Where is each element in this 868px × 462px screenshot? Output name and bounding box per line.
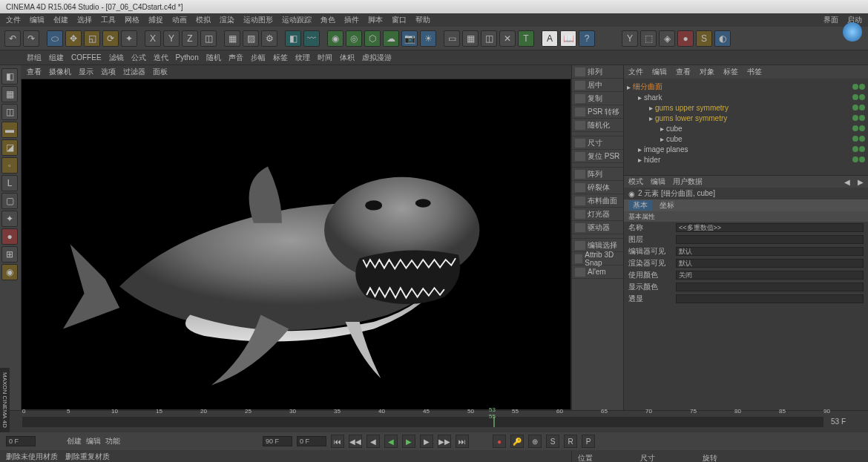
autokey-button[interactable]: 🔑 xyxy=(510,435,524,448)
sub-item[interactable]: 体积 xyxy=(340,53,355,63)
attr-input[interactable] xyxy=(676,259,864,268)
filter-menu[interactable]: 过滤器 xyxy=(123,67,145,77)
viewport-solo-button[interactable]: ◉ xyxy=(1,264,18,280)
om-bookmarks[interactable]: 书签 xyxy=(747,67,762,77)
help-icon[interactable]: ? xyxy=(579,30,595,47)
menu-script[interactable]: 脚本 xyxy=(368,15,383,25)
attr-input[interactable] xyxy=(676,294,864,303)
object-tree[interactable]: ▸细分曲面▸shark▸gums upper symmetry▸gums low… xyxy=(624,79,868,175)
null-button[interactable]: ✕ xyxy=(499,30,516,47)
y-axis-lock[interactable]: Y xyxy=(163,30,180,47)
record-button[interactable]: ● xyxy=(493,435,506,448)
perspective-viewport[interactable] xyxy=(21,79,571,410)
menu-simulate[interactable]: 模拟 xyxy=(196,15,211,25)
palette-item[interactable]: Attrib 3D Snap xyxy=(572,252,623,265)
subdivision-button[interactable]: ◉ xyxy=(327,30,343,47)
tree-row[interactable]: ▸gums lower symmetry xyxy=(627,113,865,123)
environment-button[interactable]: ☁ xyxy=(383,30,399,47)
sub-item[interactable]: 虚拟漫游 xyxy=(362,53,392,63)
sub-item[interactable]: 随机 xyxy=(206,53,221,63)
sub-item[interactable]: 标签 xyxy=(273,53,288,63)
camera-menu[interactable]: 摄像机 xyxy=(49,67,71,77)
bookmark-icon[interactable]: 📖 xyxy=(560,30,576,47)
coord-tab-rot[interactable]: 旋转 xyxy=(703,453,717,462)
menu-tools[interactable]: 工具 xyxy=(101,15,116,25)
start-frame-input[interactable] xyxy=(6,436,36,446)
model-mode-button[interactable]: ◧ xyxy=(1,68,18,85)
live-select-tool[interactable]: ⬭ xyxy=(47,30,63,47)
tree-row[interactable]: ▸cube xyxy=(627,123,865,133)
rotate-tool[interactable]: ⟳ xyxy=(102,30,119,47)
snapping-button[interactable]: ⊞ xyxy=(1,246,18,263)
tweak-mode-button[interactable]: ✦ xyxy=(1,211,18,227)
sub-item[interactable]: 公式 xyxy=(131,53,146,63)
playhead[interactable]: 53 55 xyxy=(493,417,495,427)
attr-mode[interactable]: 模式 xyxy=(628,176,643,187)
attr-input[interactable] xyxy=(676,283,864,291)
scale-tool[interactable]: ◱ xyxy=(84,30,100,47)
workplane-mode-button[interactable]: ◫ xyxy=(1,104,18,120)
camera-button[interactable]: 📷 xyxy=(401,30,418,47)
palette-item[interactable]: 灯光器 xyxy=(572,208,623,221)
menu-window[interactable]: 窗口 xyxy=(392,15,407,25)
cube-primitive-button[interactable]: ◧ xyxy=(285,30,301,47)
recent-tool[interactable]: ✦ xyxy=(121,30,137,47)
menu-create[interactable]: 创建 xyxy=(53,15,68,25)
menu-character[interactable]: 角色 xyxy=(320,15,335,25)
end-frame-input[interactable] xyxy=(263,436,292,446)
text-tool-button[interactable]: T xyxy=(518,30,534,47)
options-menu[interactable]: 选项 xyxy=(101,67,116,77)
polygon-mode-button[interactable]: ◪ xyxy=(1,139,18,156)
move-tool[interactable]: ✥ xyxy=(65,30,82,47)
tree-row[interactable]: ▸image planes xyxy=(627,144,865,154)
object-mode-button[interactable]: ▢ xyxy=(1,193,18,209)
redo-button[interactable]: ↷ xyxy=(23,30,39,47)
attr-input[interactable] xyxy=(676,235,864,244)
texture-mode-button[interactable]: ▦ xyxy=(1,86,18,102)
mat-tab[interactable]: 删除未使用材质 xyxy=(6,452,58,461)
render-view-button[interactable]: ▦ xyxy=(224,30,240,47)
tree-row[interactable]: ▸hider xyxy=(627,154,865,165)
nav-fwd-icon[interactable]: ▶ xyxy=(858,178,864,186)
enable-axis-button[interactable]: ● xyxy=(1,228,18,245)
particle-button[interactable]: S xyxy=(696,30,712,47)
attr-edit[interactable]: 编辑 xyxy=(651,176,665,187)
display-menu[interactable]: 显示 xyxy=(79,67,93,77)
palette-item[interactable]: PSR 转移 xyxy=(572,105,623,119)
key-rot-button[interactable]: R xyxy=(564,435,577,448)
palette-item[interactable]: 驱动器 xyxy=(572,221,623,234)
view-menu[interactable]: 查看 xyxy=(27,67,42,77)
om-view[interactable]: 查看 xyxy=(676,67,691,77)
sub-item[interactable]: 迭代 xyxy=(154,53,168,63)
attr-input[interactable] xyxy=(676,247,864,256)
palette-item[interactable]: 阵列 xyxy=(572,168,623,181)
palette-item[interactable]: 复制 xyxy=(572,92,623,105)
sculpt-button[interactable]: ◐ xyxy=(714,30,731,47)
goto-end-button[interactable]: ⏭ xyxy=(456,435,469,448)
palette-item[interactable]: 复位 PSR xyxy=(572,150,623,163)
floor-button[interactable]: ▭ xyxy=(444,30,460,47)
coord-tab-size[interactable]: 尺寸 xyxy=(640,453,655,462)
om-edit[interactable]: 编辑 xyxy=(652,67,667,77)
palette-item[interactable]: 碎裂体 xyxy=(572,181,623,194)
sub-item[interactable]: 时间 xyxy=(318,53,332,63)
panel-menu[interactable]: 面板 xyxy=(153,67,168,77)
mat-tab[interactable]: 删除重复材质 xyxy=(65,452,110,461)
menu-mograph[interactable]: 运动图形 xyxy=(243,15,273,25)
om-file[interactable]: 文件 xyxy=(628,67,643,77)
current-frame-input[interactable] xyxy=(297,436,326,446)
play-backward-button[interactable]: ◀ xyxy=(384,435,398,448)
om-object[interactable]: 对象 xyxy=(700,67,714,77)
attr-input[interactable] xyxy=(676,223,864,232)
tree-row[interactable]: ▸shark xyxy=(627,92,865,102)
play-forward-button[interactable]: ▶ xyxy=(402,435,415,448)
key-pos-button[interactable]: ⊕ xyxy=(528,435,542,448)
light-button[interactable]: ☀ xyxy=(420,30,436,47)
dynamics-button[interactable]: ● xyxy=(677,30,694,47)
om-tags[interactable]: 标签 xyxy=(723,67,738,77)
sky-button[interactable]: ▦ xyxy=(462,30,479,47)
menu-edit[interactable]: 编辑 xyxy=(30,15,45,25)
sub-item[interactable]: Python xyxy=(176,53,199,62)
palette-item[interactable]: Al'em xyxy=(572,265,623,279)
z-axis-lock[interactable]: Z xyxy=(182,30,198,47)
